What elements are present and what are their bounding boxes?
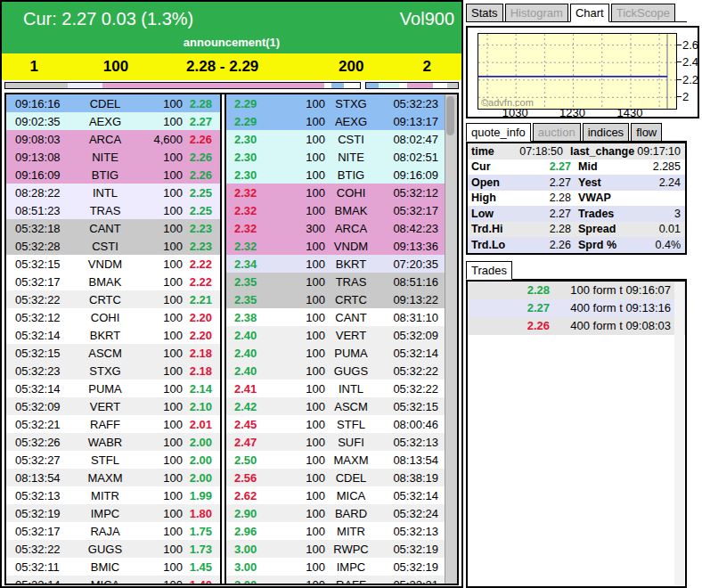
level2-montage-window: Cur: 2.27 0.03 (1.3%) Vol900 announcemen… xyxy=(0,0,702,588)
ask-price: 2.40 xyxy=(226,347,273,360)
ask-row[interactable]: 2.30100NITE08:02:51 xyxy=(226,148,445,166)
trade-row[interactable]: 2.26400 form t 09:08:03 xyxy=(468,317,685,335)
bid-row[interactable]: 05:32:12COHI1002.20 xyxy=(6,308,220,326)
ask-row[interactable]: 2.42100ASCM05:32:15 xyxy=(226,397,445,415)
bid-row[interactable]: 09:13:08NITE1002.26 xyxy=(6,148,220,166)
bid-size: 100 xyxy=(129,471,183,485)
depth-segment xyxy=(102,83,324,88)
ask-row[interactable]: 2.40100PUMA05:32:14 xyxy=(226,344,445,362)
ask-time: 08:13:54 xyxy=(377,453,445,467)
bid-price: 2.22 xyxy=(183,257,220,271)
bid-size: 100 xyxy=(129,293,183,306)
bid-row[interactable]: 05:32:15ASCM1002.18 xyxy=(6,344,220,362)
quote-label: Mid xyxy=(571,160,651,173)
ask-row[interactable]: 2.56100CDEL08:38:19 xyxy=(226,469,445,486)
bid-row[interactable]: 05:32:13MITR1001.99 xyxy=(6,486,220,504)
tab-trades[interactable]: Trades xyxy=(466,261,512,280)
bid-row[interactable]: 05:32:14MICA1001.40 xyxy=(6,576,220,584)
trade-row[interactable]: 2.27400 form t 09:13:16 xyxy=(468,299,685,317)
bid-row[interactable]: 05:32:27STFL1002.00 xyxy=(6,451,220,469)
ask-row[interactable]: 2.29100AEXG09:13:17 xyxy=(226,112,445,130)
bid-row[interactable]: 05:32:21RAFF1002.01 xyxy=(6,415,220,433)
ask-size: 100 xyxy=(273,347,325,360)
ask-size: 100 xyxy=(273,400,325,413)
ask-row[interactable]: 2.30100BTIG09:16:09 xyxy=(226,166,445,184)
tab-flow[interactable]: flow xyxy=(631,123,662,142)
announcement-banner[interactable]: announcement(1) xyxy=(2,34,461,53)
ask-row[interactable]: 3.00100IMPC05:32:19 xyxy=(226,558,445,576)
bid-row[interactable]: 09:02:35AEXG1002.27 xyxy=(6,112,220,130)
y-axis-tick-label: 2 xyxy=(682,90,689,103)
ask-row[interactable]: 2.47100SUFI05:32:13 xyxy=(226,433,445,451)
ask-row[interactable]: 2.50100MAXM08:13:54 xyxy=(226,451,445,469)
ask-row[interactable]: 2.35100TRAS08:51:16 xyxy=(226,273,445,290)
tab-quote-info[interactable]: quote_info xyxy=(466,123,531,142)
bid-row[interactable]: 05:32:15VNDM1002.22 xyxy=(6,255,220,273)
ask-table-scrollbar[interactable] xyxy=(445,94,457,584)
bid-row[interactable]: 05:32:17RAJA1001.75 xyxy=(6,522,220,540)
ask-row[interactable]: 2.29100STXG05:32:23 xyxy=(226,94,445,112)
level1-bar: 11002.28 - 2.292002 xyxy=(2,53,461,80)
bid-row[interactable]: 09:16:16CDEL1002.28 xyxy=(6,94,220,112)
bid-row[interactable]: 05:32:17BMAK1002.22 xyxy=(6,273,220,290)
bid-row[interactable]: 05:32:19IMPC1001.80 xyxy=(6,504,220,522)
bid-row[interactable]: 05:32:22GUGS1001.73 xyxy=(6,540,220,558)
tab-indices[interactable]: indices xyxy=(583,123,629,142)
ask-row[interactable]: 2.30100CSTI08:02:47 xyxy=(226,130,445,148)
bid-row[interactable]: 09:16:09BTIG1002.26 xyxy=(6,166,220,184)
ask-row[interactable]: 2.40100VERT05:32:09 xyxy=(226,326,445,344)
ask-time: 08:38:19 xyxy=(377,471,445,485)
bid-row[interactable]: 05:32:28CSTI1002.23 xyxy=(6,237,220,255)
trades-scrollbar[interactable] xyxy=(674,282,684,585)
ask-row[interactable]: 2.45100STFL08:00:46 xyxy=(226,415,445,433)
ask-market-maker: ARCA xyxy=(325,222,377,235)
bid-price: 1.99 xyxy=(183,489,220,502)
tab-auction[interactable]: auction xyxy=(533,123,581,142)
ask-size: 100 xyxy=(273,525,325,538)
ask-row[interactable]: 3.00100RAFF05:32:21 xyxy=(226,576,445,584)
ask-row[interactable]: 3.00100RWPC05:32:19 xyxy=(226,540,445,558)
quote-value: 09:17:10 xyxy=(637,145,685,158)
bid-row[interactable]: 05:32:14BKRT1002.20 xyxy=(6,326,220,344)
ask-row[interactable]: 2.32100COHI05:32:12 xyxy=(226,184,445,201)
ask-market-maker: STXG xyxy=(325,97,377,110)
bid-row[interactable]: 05:32:23STXG1002.18 xyxy=(6,362,220,380)
bid-time: 05:32:26 xyxy=(6,436,81,449)
ask-row[interactable]: 2.62100MICA05:32:14 xyxy=(226,486,445,504)
bid-row[interactable]: 08:28:22INTL1002.25 xyxy=(6,184,220,201)
tab-stats[interactable]: Stats xyxy=(466,4,503,22)
bid-row[interactable]: 08:51:23TRAS1002.25 xyxy=(6,201,220,219)
ask-row[interactable]: 2.38100CANT08:31:10 xyxy=(226,308,445,326)
trade-row[interactable]: 2.28100 form t 09:16:07 xyxy=(468,282,685,299)
ask-row[interactable]: 2.32100BMAK05:32:17 xyxy=(226,201,445,219)
ask-row[interactable]: 2.35100CRTC09:13:22 xyxy=(226,290,445,308)
bid-row[interactable]: 05:32:11BMIC1001.45 xyxy=(6,558,220,576)
ask-row[interactable]: 2.34100BKRT07:20:35 xyxy=(226,255,445,273)
bid-row[interactable]: 05:32:14PUMA1002.14 xyxy=(6,380,220,397)
ask-row[interactable]: 2.96100MITR05:32:13 xyxy=(226,522,445,540)
bid-row[interactable]: 05:32:09VERT1002.10 xyxy=(6,397,220,415)
ask-row[interactable]: 2.32100VNDM09:13:36 xyxy=(226,237,445,255)
ask-row[interactable]: 2.32300ARCA08:42:23 xyxy=(226,219,445,237)
view-tabs: StatsHistogramChartTickScope xyxy=(466,2,687,22)
bid-row[interactable]: 05:32:22CRTC1002.21 xyxy=(6,290,220,308)
bid-size: 100 xyxy=(129,151,183,164)
tab-histogram[interactable]: Histogram xyxy=(505,4,568,22)
ask-row[interactable]: 2.41100INTL05:32:22 xyxy=(226,380,445,397)
tab-tickscope[interactable]: TickScope xyxy=(611,4,675,22)
ask-size: 100 xyxy=(273,151,325,164)
bid-row[interactable]: 08:13:54MAXM1002.00 xyxy=(6,469,220,486)
ask-size: 100 xyxy=(273,186,325,200)
ask-time: 08:31:10 xyxy=(377,311,445,324)
ask-row[interactable]: 2.90100BARD05:32:24 xyxy=(226,504,445,522)
bid-row[interactable]: 05:32:26WABR1002.00 xyxy=(6,433,220,451)
quote-label: High xyxy=(468,192,512,204)
bid-row[interactable]: 09:08:03ARCA4,6002.26 xyxy=(6,130,220,148)
tab-chart[interactable]: Chart xyxy=(570,4,609,22)
ask-market-maker: GUGS xyxy=(325,364,377,378)
scrollbar-thumb[interactable] xyxy=(446,96,454,135)
ask-row[interactable]: 2.40100GUGS05:32:22 xyxy=(226,362,445,380)
ask-time: 08:00:46 xyxy=(377,418,445,431)
ask-time: 05:32:13 xyxy=(377,525,445,538)
bid-row[interactable]: 05:32:18CANT1002.23 xyxy=(6,219,220,237)
